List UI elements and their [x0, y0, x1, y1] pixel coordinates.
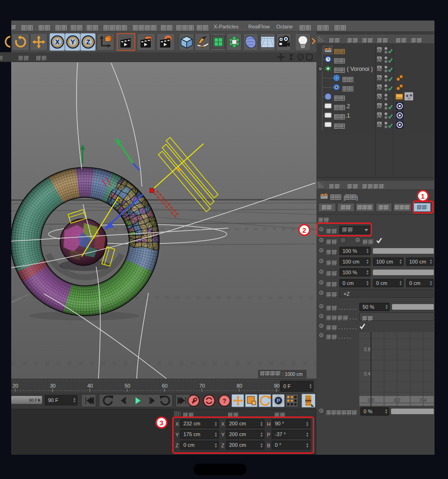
- svg-text:?: ?: [223, 397, 226, 404]
- svg-text:0.2: 0.2: [394, 398, 400, 403]
- svg-text:Z: Z: [86, 38, 90, 46]
- svg-text:P: P: [277, 398, 280, 403]
- svg-text:Y: Y: [70, 38, 75, 46]
- svg-text:X: X: [55, 38, 60, 46]
- svg-text:0.4: 0.4: [364, 371, 371, 376]
- svg-text:0.4: 0.4: [420, 398, 427, 403]
- svg-text:0.8: 0.8: [364, 347, 371, 352]
- svg-text:0.0: 0.0: [368, 398, 374, 403]
